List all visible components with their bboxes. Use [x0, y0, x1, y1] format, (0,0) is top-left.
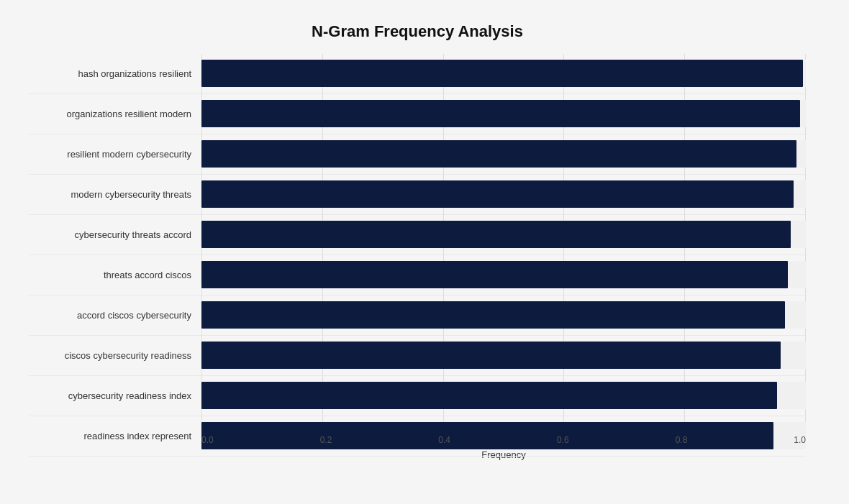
bar-row: ciscos cybersecurity readiness [29, 336, 806, 376]
bar-label: modern cybersecurity threats [29, 189, 201, 200]
bar-fill [201, 342, 781, 369]
bar-track [201, 342, 806, 369]
bar-track [201, 100, 806, 127]
chart-area: hash organizations resilientorganization… [29, 54, 806, 428]
bar-fill [201, 180, 794, 208]
bar-label: cybersecurity threats accord [29, 229, 201, 240]
bar-label: ciscos cybersecurity readiness [29, 350, 201, 361]
bar-track [201, 180, 806, 208]
bar-row: cybersecurity readiness index [29, 376, 806, 416]
bar-track [201, 382, 806, 409]
x-axis-ticks: 0.00.20.40.60.81.0 [201, 435, 806, 445]
bar-label: threats accord ciscos [29, 270, 201, 280]
x-axis: 0.00.20.40.60.81.0 [201, 428, 806, 445]
bar-label: hash organizations resilient [29, 68, 201, 79]
chart-container: N-Gram Frequency Analysis hash organizat… [14, 8, 835, 497]
x-tick: 0.2 [320, 435, 332, 445]
bar-track [201, 261, 806, 288]
chart-title: N-Gram Frequency Analysis [29, 22, 806, 41]
bar-row: organizations resilient modern [29, 94, 806, 134]
bar-track [201, 221, 806, 248]
bar-track [201, 301, 806, 329]
bar-row: accord ciscos cybersecurity [29, 295, 806, 336]
bar-label: organizations resilient modern [29, 109, 201, 119]
bar-label: cybersecurity readiness index [29, 390, 201, 401]
bar-row: modern cybersecurity threats [29, 175, 806, 215]
bar-fill [201, 382, 777, 409]
bars-container: hash organizations resilientorganization… [29, 54, 806, 457]
bar-row: cybersecurity threats accord [29, 215, 806, 255]
bar-fill [201, 261, 788, 288]
bar-row: hash organizations resilient [29, 54, 806, 94]
x-tick: 0.0 [201, 435, 214, 445]
bar-fill [201, 221, 791, 248]
bar-row: resilient modern cybersecurity [29, 134, 806, 175]
x-tick: 0.8 [676, 435, 688, 445]
x-tick: 0.4 [438, 435, 450, 445]
x-tick: 1.0 [794, 435, 806, 445]
bar-label: readiness index represent [29, 431, 201, 441]
bar-fill [201, 301, 785, 329]
bar-fill [201, 60, 803, 87]
bar-track [201, 140, 806, 168]
bar-fill [201, 100, 800, 127]
bar-label: accord ciscos cybersecurity [29, 310, 201, 321]
x-tick: 0.6 [557, 435, 569, 445]
bar-fill [201, 140, 796, 168]
bar-row: threats accord ciscos [29, 255, 806, 295]
bar-track [201, 60, 806, 87]
bar-label: resilient modern cybersecurity [29, 149, 201, 160]
